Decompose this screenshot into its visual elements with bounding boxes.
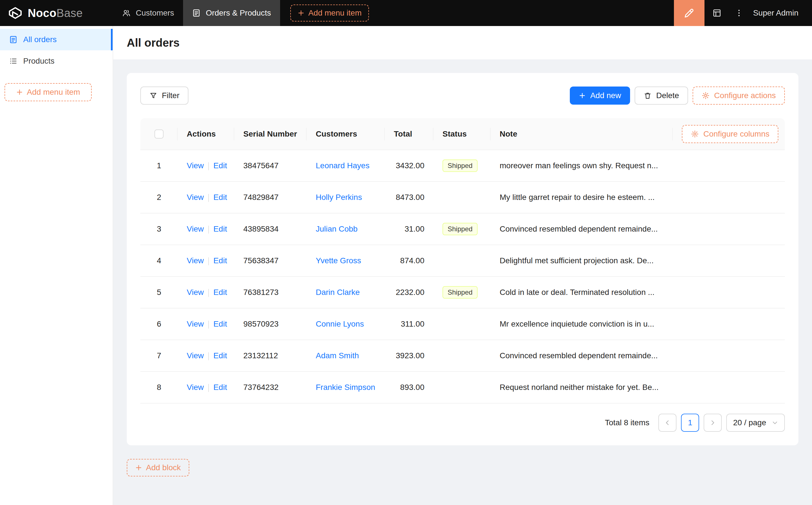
table-row: 4ViewEdit75638347Yvette Gross874.00Delig… (140, 245, 785, 277)
plus-icon (16, 89, 23, 96)
status-cell (433, 245, 491, 277)
page-size-select[interactable]: 20 / page (726, 414, 785, 432)
main-nav: Customers Orders & Products (113, 0, 280, 26)
edit-link[interactable]: Edit (213, 351, 227, 360)
sidebar-add-menu-item-button[interactable]: Add menu item (5, 83, 92, 101)
customer-link[interactable]: Holly Perkins (316, 193, 362, 202)
list-icon (9, 57, 17, 65)
customer-cell: Leonard Hayes (307, 150, 385, 182)
row-index-cell: 7 (140, 340, 178, 371)
trailing-empty-cell (673, 182, 785, 213)
sidebar-item-label: All orders (23, 35, 56, 44)
customer-link[interactable]: Yvette Gross (316, 256, 361, 265)
plus-icon (579, 92, 586, 99)
sidebar-item-all-orders[interactable]: All orders (0, 29, 113, 50)
view-link[interactable]: View (187, 383, 204, 392)
customer-link[interactable]: Leonard Hayes (316, 161, 370, 170)
column-header-customers: Customers (307, 118, 385, 150)
edit-link[interactable]: Edit (213, 193, 227, 202)
header-right-cluster: Super Admin (674, 0, 812, 26)
serial-number-cell: 38475647 (234, 150, 307, 182)
row-actions-cell: ViewEdit (178, 371, 234, 403)
orders-table: Actions Serial Number Customers Total St… (140, 118, 785, 403)
row-index-cell: 3 (140, 213, 178, 245)
view-link[interactable]: View (187, 320, 204, 328)
row-actions-cell: ViewEdit (178, 213, 234, 245)
row-actions-cell: ViewEdit (178, 340, 234, 371)
collections-button[interactable] (704, 0, 729, 26)
status-cell: Shipped (433, 213, 491, 245)
total-cell: 311.00 (385, 308, 433, 340)
customer-cell: Julian Cobb (307, 213, 385, 245)
filter-icon (149, 92, 157, 100)
trailing-empty-cell (673, 150, 785, 182)
column-header-status: Status (433, 118, 491, 150)
pagination-next-button[interactable] (704, 414, 722, 432)
view-link[interactable]: View (187, 256, 204, 265)
customer-link[interactable]: Frankie Simpson (316, 383, 375, 392)
pagination-prev-button[interactable] (658, 414, 676, 432)
actions-divider (208, 194, 209, 202)
add-block-button[interactable]: Add block (127, 459, 189, 476)
sidebar-item-products[interactable]: Products (0, 50, 113, 72)
current-user-menu[interactable]: Super Admin (749, 8, 812, 17)
orders-table-body: 1ViewEdit38475647Leonard Hayes3432.00Shi… (140, 150, 785, 403)
customer-cell: Connie Lyons (307, 308, 385, 340)
add-new-button[interactable]: Add new (570, 87, 630, 105)
chevron-right-icon (709, 419, 716, 426)
view-link[interactable]: View (187, 351, 204, 360)
customer-cell: Holly Perkins (307, 182, 385, 213)
pen-icon (684, 8, 695, 18)
edit-link[interactable]: Edit (213, 224, 227, 233)
filter-button[interactable]: Filter (140, 87, 188, 105)
customer-link[interactable]: Julian Cobb (316, 224, 358, 233)
more-menu-button[interactable] (729, 0, 749, 26)
view-link[interactable]: View (187, 193, 204, 202)
total-cell: 3432.00 (385, 150, 433, 182)
serial-number-cell: 98570923 (234, 308, 307, 340)
status-cell: Shipped (433, 150, 491, 182)
page-header: All orders (113, 26, 812, 59)
ui-editor-button[interactable] (674, 0, 704, 26)
header-add-menu-item-button[interactable]: Add menu item (290, 5, 369, 21)
view-link[interactable]: View (187, 161, 204, 170)
total-cell: 874.00 (385, 245, 433, 277)
view-link[interactable]: View (187, 288, 204, 297)
nav-label: Customers (136, 8, 174, 17)
sidebar-item-label: Products (23, 56, 54, 65)
edit-link[interactable]: Edit (213, 256, 227, 265)
edit-link[interactable]: Edit (213, 288, 227, 297)
nocobase-logo[interactable]: NocoBase (0, 0, 113, 26)
customer-cell: Frankie Simpson (307, 371, 385, 403)
trailing-empty-cell (673, 277, 785, 308)
customer-link[interactable]: Connie Lyons (316, 320, 364, 328)
actions-divider (208, 257, 209, 265)
edit-link[interactable]: Edit (213, 383, 227, 392)
ellipsis-icon (734, 8, 743, 17)
row-actions-cell: ViewEdit (178, 150, 234, 182)
nav-item-orders-products[interactable]: Orders & Products (183, 0, 280, 26)
trailing-empty-cell (673, 340, 785, 371)
customer-link[interactable]: Darin Clarke (316, 288, 360, 297)
configure-columns-button[interactable]: Configure columns (682, 125, 778, 143)
row-index-cell: 4 (140, 245, 178, 277)
pagination-page-1-button[interactable]: 1 (681, 414, 699, 432)
customer-link[interactable]: Adam Smith (316, 351, 359, 360)
select-all-checkbox[interactable] (154, 130, 163, 139)
total-cell: 8473.00 (385, 182, 433, 213)
nav-item-customers[interactable]: Customers (113, 0, 183, 26)
table-row: 6ViewEdit98570923Connie Lyons311.00Mr ex… (140, 308, 785, 340)
actions-divider (208, 352, 209, 360)
customer-cell: Adam Smith (307, 340, 385, 371)
configure-actions-button[interactable]: Configure actions (693, 87, 785, 105)
row-index-cell: 5 (140, 277, 178, 308)
edit-link[interactable]: Edit (213, 161, 227, 170)
table-row: 5ViewEdit76381273Darin Clarke2232.00Ship… (140, 277, 785, 308)
edit-link[interactable]: Edit (213, 320, 227, 328)
actions-divider (208, 162, 209, 170)
table-row: 8ViewEdit73764232Frankie Simpson893.00Re… (140, 371, 785, 403)
view-link[interactable]: View (187, 224, 204, 233)
row-index-cell: 8 (140, 371, 178, 403)
total-cell: 893.00 (385, 371, 433, 403)
delete-button[interactable]: Delete (635, 87, 688, 105)
